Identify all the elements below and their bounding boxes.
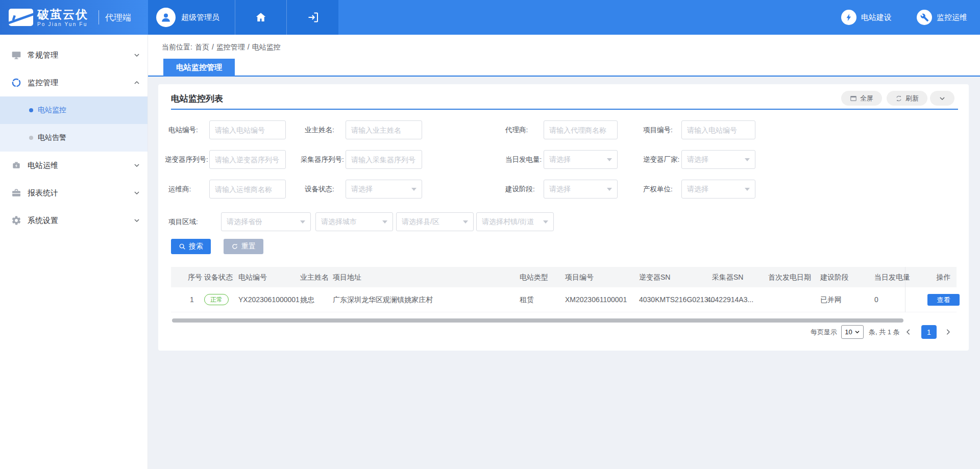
select-placeholder: 请选择 xyxy=(687,185,708,194)
sidebar-item-label: 电站运维 xyxy=(28,161,133,170)
sidebar-item-label: 报表统计 xyxy=(28,188,133,198)
cell-daily-energy: 0 xyxy=(874,287,878,312)
sidebar-item-settings[interactable]: 系统设置 xyxy=(0,207,148,234)
device-status-select[interactable]: 请选择 xyxy=(346,180,422,199)
top-bar: 破茧云伏 Po Jian Yun Fu 代理端 超级管理员 xyxy=(0,0,980,35)
sidebar-item-monitoring[interactable]: 监控管理 xyxy=(0,69,148,96)
build-stage-select[interactable]: 请选择 xyxy=(544,180,618,199)
sidebar-item-reports[interactable]: 报表统计 xyxy=(0,179,148,207)
town-select[interactable]: 请选择村镇/街道 xyxy=(476,212,554,231)
search-button[interactable]: 搜索 xyxy=(171,239,211,254)
station-build-button[interactable]: 电站建设 xyxy=(841,0,892,35)
breadcrumb: 当前位置: 首页 / 监控管理 / 电站监控 xyxy=(162,43,281,52)
chevron-down-icon xyxy=(133,189,140,196)
sidebar-item-label: 监控管理 xyxy=(28,78,133,88)
breadcrumb-separator: / xyxy=(248,43,250,52)
col-owner: 业主姓名 xyxy=(300,267,329,287)
sidebar-item-label: 系统设置 xyxy=(28,216,133,226)
chevron-down-icon xyxy=(133,217,140,224)
col-inverter-sn: 逆变器SN xyxy=(639,267,670,287)
city-select[interactable]: 请选择城市 xyxy=(315,212,393,231)
sidebar-item-general[interactable]: 常规管理 xyxy=(0,41,148,69)
logout-button[interactable] xyxy=(286,0,338,35)
agent-input[interactable] xyxy=(544,120,618,139)
ops-vendor-input[interactable] xyxy=(209,180,286,199)
sidebar: 常规管理 监控管理 电站监控 电站告警 电站运维 报表统计 xyxy=(0,35,148,469)
user-profile[interactable]: 超级管理员 xyxy=(148,0,235,35)
per-page-label: 每页显示 xyxy=(811,325,837,339)
sidebar-item-station-ops[interactable]: 电站运维 xyxy=(0,152,148,179)
daily-energy-select[interactable]: 请选择 xyxy=(544,150,618,169)
chevron-down-icon xyxy=(133,162,140,169)
inverter-sn-input[interactable] xyxy=(209,150,286,169)
filter-label-collector-sn: 采集器序列号: xyxy=(301,150,344,169)
county-select[interactable]: 请选择县/区 xyxy=(396,212,474,231)
collector-sn-input[interactable] xyxy=(346,150,422,169)
filter-label-device-status: 设备状态: xyxy=(305,180,334,199)
battery-icon xyxy=(11,160,21,170)
filter-label-project-no: 项目编号: xyxy=(643,120,673,139)
col-project-no: 项目编号 xyxy=(565,267,594,287)
network-icon xyxy=(11,78,21,88)
cell-project-no: XM2023061100001 xyxy=(565,287,627,312)
select-placeholder: 请选择省份 xyxy=(227,217,262,227)
prev-page-icon[interactable] xyxy=(904,328,912,336)
home-button[interactable] xyxy=(235,0,287,35)
next-page-icon[interactable] xyxy=(944,328,952,336)
user-block: 超级管理员 xyxy=(148,0,338,35)
refresh-button[interactable]: 刷新 xyxy=(887,91,927,106)
breadcrumb-separator: / xyxy=(212,43,214,52)
col-action: 操作 xyxy=(918,267,969,287)
col-address: 项目地址 xyxy=(333,267,361,287)
portal-divider: 代理端 xyxy=(99,10,131,24)
caret-down-icon xyxy=(854,329,860,335)
sidebar-item-label: 常规管理 xyxy=(28,51,133,60)
per-page-select[interactable]: 10 xyxy=(841,325,864,339)
sidebar-item-station-alarm[interactable]: 电站告警 xyxy=(0,124,148,152)
logout-icon xyxy=(307,11,319,23)
collapse-button[interactable] xyxy=(930,91,954,106)
avatar xyxy=(156,8,176,27)
province-select[interactable]: 请选择省份 xyxy=(221,212,311,231)
user-name: 超级管理员 xyxy=(181,13,219,22)
search-label: 搜索 xyxy=(189,242,203,251)
title-underline xyxy=(171,109,958,110)
caret-down-icon xyxy=(607,158,612,161)
project-no-input[interactable] xyxy=(681,120,755,139)
page-number[interactable]: 1 xyxy=(921,325,937,339)
filter-label-daily-energy: 当日发电量: xyxy=(505,150,542,169)
inverter-vendor-select[interactable]: 请选择 xyxy=(681,150,755,169)
select-placeholder: 请选择 xyxy=(351,185,373,194)
tab-station-monitor-mgmt[interactable]: 电站监控管理 xyxy=(163,59,235,77)
station-no-input[interactable] xyxy=(209,120,286,139)
per-page-value: 10 xyxy=(845,328,852,336)
fullscreen-label: 全屏 xyxy=(860,94,873,103)
briefcase-icon xyxy=(11,188,21,198)
col-collector-sn: 采集器SN xyxy=(712,267,743,287)
select-placeholder: 请选择村镇/街道 xyxy=(482,217,534,227)
col-station-no: 电站编号 xyxy=(238,267,267,287)
breadcrumb-home[interactable]: 首页 xyxy=(195,43,209,52)
station-monitor-card: 电站监控列表 全屏 刷新 电站编号: 业主姓名: 代理商: xyxy=(158,84,969,351)
col-build-stage: 建设阶段 xyxy=(820,267,849,287)
fullscreen-icon xyxy=(850,95,857,102)
select-placeholder: 请选择县/区 xyxy=(402,217,439,227)
property-unit-select[interactable]: 请选择 xyxy=(681,180,755,199)
action-column-divider xyxy=(905,267,905,312)
breadcrumb-monitoring[interactable]: 监控管理 xyxy=(216,43,245,52)
sidebar-item-station-monitor[interactable]: 电站监控 xyxy=(0,96,148,124)
owner-name-input[interactable] xyxy=(346,120,422,139)
fullscreen-button[interactable]: 全屏 xyxy=(841,91,882,106)
table-header: 序号 设备状态 电站编号 业主姓名 项目地址 电站类型 项目编号 逆变器SN 采… xyxy=(171,267,957,287)
search-icon xyxy=(179,243,186,250)
reset-button[interactable]: 重置 xyxy=(224,239,263,254)
reset-label: 重置 xyxy=(241,242,256,251)
brand-name: 破茧云伏 xyxy=(37,8,88,21)
horizontal-scrollbar[interactable] xyxy=(172,318,903,323)
card-title: 电站监控列表 xyxy=(171,93,223,105)
cell-owner: 姚忠 xyxy=(300,287,314,312)
cell-type: 租赁 xyxy=(520,287,534,312)
monitor-ops-button[interactable]: 监控运维 xyxy=(917,0,967,35)
view-button[interactable]: 查看 xyxy=(927,294,960,306)
caret-down-icon xyxy=(745,188,750,191)
